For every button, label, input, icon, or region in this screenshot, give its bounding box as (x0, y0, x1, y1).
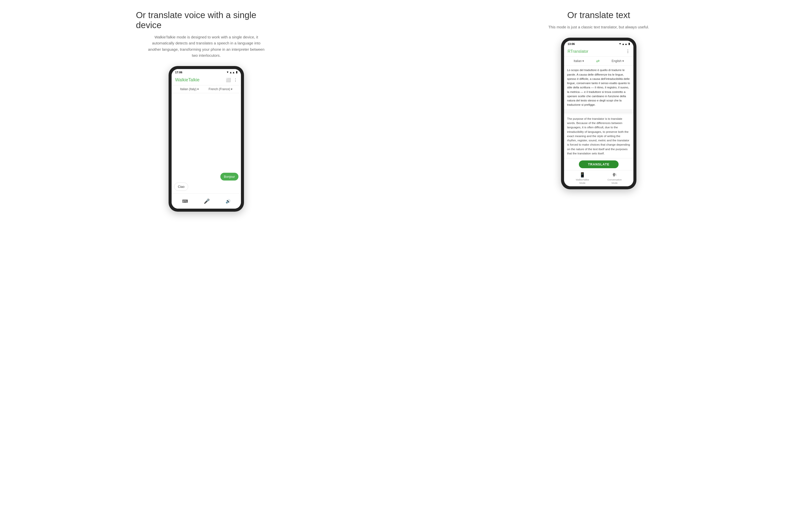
right-lang-to[interactable]: English ▾ (611, 59, 624, 63)
left-status-icons: ▾ ▲▲ ▮ (227, 71, 237, 74)
right-app-title: RTranslator (568, 49, 588, 54)
right-chevron-from: ▾ (582, 59, 584, 63)
conversation-icon: 🗣 (612, 172, 617, 178)
left-desc: WalkieTalkie mode is designed to work wi… (146, 34, 267, 58)
translate-button[interactable]: TRANSLATE (579, 160, 619, 168)
chevron-down-icon-2: ▾ (231, 88, 233, 91)
walkie-talkie-icon: 📱 (579, 172, 585, 178)
translate-input-area[interactable]: Lo scopo del traduttore è quello di trad… (564, 65, 634, 110)
right-battery-icon: ▮ (628, 42, 630, 45)
left-app-icons: ⬜ ⋮ (226, 78, 237, 82)
translate-output-area: The purpose of the translator is to tran… (564, 114, 634, 158)
keyboard-icon[interactable]: ⌨ (182, 199, 188, 204)
right-app-bar: RTranslator ⋮ (564, 46, 634, 56)
left-bottom-bar: ⌨ 🎤 🔊 (171, 193, 241, 209)
wifi-icon: ▾ (227, 71, 228, 74)
battery-icon: ▮ (236, 71, 237, 74)
nav-walkie-talkie[interactable]: 📱 WalkieTalkie Mode (576, 172, 589, 184)
divider (564, 112, 634, 112)
left-panel: Or translate voice with a single device … (15, 10, 398, 522)
right-phone: 13:06 ▾ ▲▲ ▮ RTranslator ⋮ Italian ▾ ⇄ (561, 38, 636, 189)
right-wifi-icon: ▾ (619, 42, 621, 45)
left-lang-from[interactable]: Italian (Italy) ▾ (180, 88, 199, 91)
left-title: Or translate voice with a single device (136, 10, 277, 30)
right-status-icons: ▾ ▲▲ ▮ (619, 42, 630, 45)
left-status-time: 17:06 (175, 71, 182, 74)
left-lang-bar: Italian (Italy) ▾ French (France) ▾ (171, 86, 241, 93)
right-panel: Or translate text This mode is just a cl… (407, 10, 790, 522)
left-lang-to[interactable]: French (France) ▾ (208, 88, 233, 91)
nav-conversation-label: Conversation (607, 178, 622, 181)
right-more-icon[interactable]: ⋮ (626, 49, 630, 54)
left-phone-inner: 17:06 ▾ ▲▲ ▮ WalkieTalkie ⬜ ⋮ Italian (I… (171, 69, 241, 209)
right-phone-inner: 13:06 ▾ ▲▲ ▮ RTranslator ⋮ Italian ▾ ⇄ (564, 41, 634, 186)
bubble-ciao: Ciao (174, 183, 188, 191)
bubble-bonjour: Bonjour (220, 173, 238, 180)
nav-conversation-mode[interactable]: 🗣 Conversation Mode (607, 172, 622, 184)
left-app-bar: WalkieTalkie ⬜ ⋮ (171, 75, 241, 86)
right-signal-icon: ▲▲ (622, 42, 627, 45)
right-desc: This mode is just a classic text transla… (548, 24, 649, 30)
mic-button[interactable]: 🎤 (202, 196, 212, 206)
more-icon[interactable]: ⋮ (233, 78, 237, 82)
right-chevron-to: ▾ (622, 59, 624, 63)
chevron-down-icon: ▾ (197, 88, 199, 91)
nav-walkie-label: WalkieTalkie (576, 178, 589, 181)
right-title: Or translate text (528, 10, 669, 20)
translate-btn-row: TRANSLATE (564, 158, 634, 170)
output-text: The purpose of the translator is to tran… (567, 117, 630, 156)
right-status-time: 13:06 (568, 42, 575, 45)
right-lang-bar: Italian ▾ ⇄ English ▾ (564, 56, 634, 65)
right-status-bar: 13:06 ▾ ▲▲ ▮ (564, 41, 634, 46)
export-icon[interactable]: ⬜ (226, 78, 231, 82)
input-text: Lo scopo del traduttore è quello di trad… (567, 68, 630, 107)
signal-icon: ▲▲ (230, 71, 235, 74)
left-phone: 17:06 ▾ ▲▲ ▮ WalkieTalkie ⬜ ⋮ Italian (I… (169, 66, 244, 212)
bottom-nav: 📱 WalkieTalkie Mode 🗣 Conversation Mode (564, 170, 634, 186)
swap-languages-icon[interactable]: ⇄ (596, 58, 600, 63)
speaker-icon[interactable]: 🔊 (226, 199, 231, 204)
right-lang-from[interactable]: Italian ▾ (573, 59, 584, 63)
left-chat-area: Bonjour Ciao (171, 93, 241, 193)
left-app-title: WalkieTalkie (175, 77, 200, 82)
left-status-bar: 17:06 ▾ ▲▲ ▮ (171, 69, 241, 75)
